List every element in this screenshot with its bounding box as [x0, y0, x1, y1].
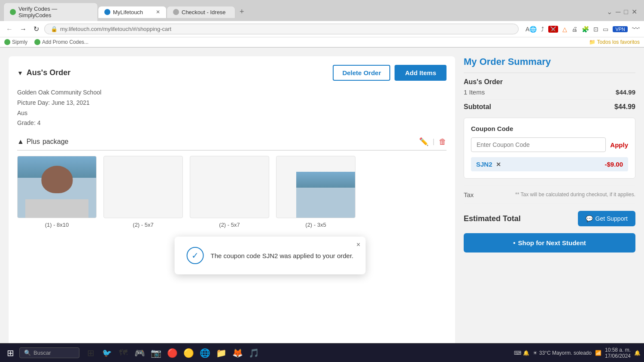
- forward-button[interactable]: →: [18, 24, 28, 34]
- taskbar-app-3[interactable]: 🎮: [132, 345, 147, 359]
- photo-label-4: (2) - 3x5: [305, 222, 326, 228]
- order-card: ▼ Aus's Order Delete Order Add Items Gol…: [9, 56, 455, 350]
- split-view-icon[interactable]: ⊡: [593, 26, 598, 33]
- taskbar-app-5[interactable]: 🔴: [164, 345, 180, 359]
- back-button[interactable]: ←: [4, 24, 15, 34]
- taskbar-app-8[interactable]: 📁: [213, 345, 229, 359]
- taskbar-system-icons: ⌨ 🔔: [514, 350, 529, 356]
- summary-items-label: 1 Items: [464, 88, 485, 96]
- taskbar-view-icon[interactable]: ⊞: [83, 345, 98, 359]
- bookmark-add-promo[interactable]: Add Promo Codes...: [34, 39, 88, 45]
- taskbar-app-7[interactable]: 🌐: [197, 345, 213, 359]
- reload-button[interactable]: ↻: [32, 24, 41, 34]
- tab-bar: Verify Codes — SimplyCodes MyLifetouch ✕…: [0, 0, 644, 21]
- package-header: ▲ Plus package ✏️ | 🗑: [17, 137, 447, 151]
- order-title-group: ▼ Aus's Order: [17, 68, 70, 77]
- tab-verify[interactable]: Verify Codes — SimplyCodes: [3, 3, 98, 21]
- address-bar[interactable]: 🔒 my.lifetouch.com/mylifetouch/#/shoppin…: [44, 24, 519, 34]
- minimize-icon[interactable]: ─: [616, 8, 620, 16]
- print-icon[interactable]: 🖨: [571, 26, 577, 33]
- chevron-down-icon: ▼: [17, 70, 23, 76]
- favorites-label: Todos los favoritos: [597, 39, 640, 45]
- divider: |: [433, 138, 434, 146]
- coupon-applied-row: SJN2 ✕ -$9.00: [471, 157, 628, 171]
- photo-item-1: (1) - 8x10: [17, 156, 97, 228]
- order-header: ▼ Aus's Order Delete Order Add Items: [17, 65, 447, 81]
- applied-coupon-code: SJN2 ✕: [476, 161, 501, 168]
- support-btn-label: Get Support: [595, 215, 628, 222]
- bookmarks-bar: Sipmly Add Promo Codes... 📁 Todos los fa…: [0, 37, 644, 47]
- summary-items-row: 1 Items $44.99: [464, 88, 635, 96]
- taskbar-app-2[interactable]: 🗺: [115, 345, 131, 359]
- start-button[interactable]: ⊞: [3, 346, 18, 359]
- share-icon[interactable]: ⤴: [541, 26, 544, 33]
- notification-popup: ✓ The coupon code SJN2 was applied to yo…: [175, 237, 366, 274]
- picture-day: Picture Day: June 13, 2021: [17, 98, 447, 108]
- favorites-folder[interactable]: 📁 Todos los favoritos: [589, 39, 640, 45]
- extension-icon-2[interactable]: △: [562, 26, 567, 33]
- time-line1: 10:58 a. m.: [605, 347, 631, 353]
- summary-order-section: Aus's Order 1 Items $44.99 Subtotal $44.…: [464, 78, 635, 111]
- photo-item-2: (2) - 5x7: [103, 156, 183, 228]
- get-support-button[interactable]: 💬 Get Support: [578, 211, 636, 226]
- tab-verify-icon: [10, 9, 16, 15]
- photo-box-2: [103, 156, 183, 218]
- taskbar-right: ⌨ 🔔 ☀ 33°C Mayorm. soleado 📶 10:58 a. m.…: [514, 347, 641, 359]
- edit-package-icon[interactable]: ✏️: [419, 137, 428, 146]
- taskbar-app-9[interactable]: 🦊: [230, 345, 245, 359]
- coupon-section: Coupon Code Apply SJN2 ✕ -$9.00: [464, 118, 635, 179]
- taskbar-apps: ⊞ 🐦 🗺 🎮 📷 🔴 🟡 🌐 📁 🦊 🎵: [83, 345, 261, 359]
- add-items-button[interactable]: Add Items: [395, 65, 447, 81]
- notification-bell[interactable]: 🔔: [634, 350, 641, 356]
- student-name: Aus: [17, 108, 447, 119]
- notification-close-button[interactable]: ×: [356, 241, 360, 249]
- apply-coupon-button[interactable]: Apply: [610, 141, 628, 149]
- taskbar-app-6[interactable]: 🟡: [181, 345, 196, 359]
- shop-next-student-button[interactable]: • Shop for Next Student: [464, 233, 635, 252]
- extension-icon-1[interactable]: ⚔️: [548, 26, 558, 33]
- tax-row: Tax ** Tax will be calculated during che…: [464, 186, 635, 204]
- bookmark-add-promo-label: Add Promo Codes...: [42, 39, 88, 45]
- photo-label-1: (1) - 8x10: [45, 222, 69, 228]
- order-summary-panel: My Order Summary Aus's Order 1 Items $44…: [464, 56, 635, 350]
- url-text: my.lifetouch.com/mylifetouch/#/shopping-…: [60, 26, 171, 32]
- close-window-icon[interactable]: ✕: [632, 8, 637, 16]
- subtotal-price: $44.99: [614, 103, 635, 111]
- extension-puzzle-icon[interactable]: 🧩: [582, 26, 589, 33]
- photo-item-3: (2) - 5x7: [190, 156, 269, 228]
- package-type: package: [43, 138, 69, 146]
- rainbow-icon[interactable]: 〰: [632, 24, 640, 33]
- coupon-input-row: Apply: [471, 137, 628, 152]
- tab-checkout-icon: [173, 9, 179, 15]
- maximize-icon[interactable]: □: [624, 8, 628, 16]
- translate-icon[interactable]: A🌐: [526, 26, 537, 33]
- taskbar-search[interactable]: 🔍 Buscar: [19, 347, 79, 358]
- vpn-badge[interactable]: VPN: [613, 26, 628, 32]
- package-name: Plus: [27, 138, 40, 146]
- taskbar-app-4[interactable]: 📷: [148, 345, 164, 359]
- delete-order-button[interactable]: Delete Order: [333, 65, 390, 81]
- browser-chrome: Verify Codes — SimplyCodes MyLifetouch ✕…: [0, 0, 644, 48]
- tab-mylifetouch[interactable]: MyLifetouch ✕: [98, 6, 167, 18]
- tab-close-icon[interactable]: ✕: [156, 9, 160, 15]
- taskbar-weather: ☀ 33°C Mayorm. soleado: [533, 350, 592, 356]
- photo-label-3: (2) - 5x7: [219, 222, 240, 228]
- remove-coupon-button[interactable]: ✕: [496, 161, 501, 168]
- coupon-input[interactable]: [471, 137, 606, 152]
- photo-box-1: [17, 156, 97, 218]
- photo-box-4: [276, 156, 355, 218]
- taskbar-app-1[interactable]: 🐦: [99, 345, 115, 359]
- tab-checkout[interactable]: Checkout - Idrese: [167, 6, 235, 18]
- photo-4: [296, 172, 355, 218]
- tab-list-icon[interactable]: ⌄: [607, 8, 612, 16]
- photo-item-4: (2) - 3x5: [276, 156, 355, 228]
- delete-package-icon[interactable]: 🗑: [439, 137, 447, 146]
- bookmark-sipmly[interactable]: Sipmly: [4, 39, 27, 45]
- taskbar-app-10[interactable]: 🎵: [246, 345, 261, 359]
- new-tab-button[interactable]: +: [235, 5, 249, 19]
- sidebar-icon[interactable]: ▭: [603, 26, 608, 33]
- search-icon: 🔍: [24, 350, 31, 356]
- summary-subtotal-row: Subtotal $44.99: [464, 99, 635, 111]
- tab-controls: ⌄ ─ □ ✕: [607, 8, 641, 16]
- bookmark-sipmly-label: Sipmly: [12, 39, 27, 45]
